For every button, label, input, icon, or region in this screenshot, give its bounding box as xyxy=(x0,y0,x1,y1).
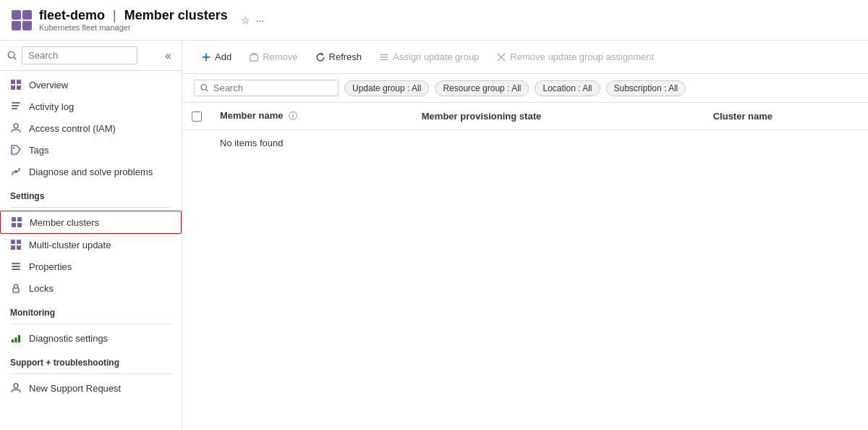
table-search-container xyxy=(194,80,339,96)
resource-group-filter[interactable]: Resource group : All xyxy=(435,80,529,96)
sidebar-search-area: « xyxy=(0,41,182,71)
toolbar: Add Remove Refresh Assign update group R… xyxy=(182,41,868,74)
svg-rect-30 xyxy=(250,54,258,61)
settings-section-header: Settings xyxy=(0,182,182,204)
svg-point-27 xyxy=(14,384,18,388)
diagnostic-settings-icon xyxy=(10,332,22,344)
member-provisioning-state-column-header: Member provisioning state xyxy=(413,103,705,130)
main-layout: « Overview Activity log Access co xyxy=(0,41,868,430)
select-all-checkbox[interactable] xyxy=(192,111,202,122)
locks-icon xyxy=(10,282,22,294)
page-name: Member clusters xyxy=(124,8,228,22)
sidebar-item-activity-log[interactable]: Activity log xyxy=(0,96,182,117)
svg-rect-8 xyxy=(12,108,17,109)
member-clusters-label: Member clusters xyxy=(30,217,99,228)
remove-button[interactable]: Remove xyxy=(242,48,305,66)
table-empty-row: No items found xyxy=(182,130,868,156)
sidebar-item-new-support-request[interactable]: New Support Request xyxy=(0,377,182,399)
add-icon xyxy=(201,52,211,62)
app-icon xyxy=(12,10,32,30)
remove-update-group-assignment-icon xyxy=(496,52,506,62)
svg-rect-24 xyxy=(12,340,14,342)
refresh-button[interactable]: Refresh xyxy=(308,48,370,66)
svg-rect-2 xyxy=(11,80,15,84)
svg-rect-17 xyxy=(17,240,21,244)
member-name-column-header: Member name ⓘ xyxy=(211,103,413,130)
table-search-icon xyxy=(200,83,209,93)
access-control-label: Access control (IAM) xyxy=(29,123,116,134)
member-clusters-icon xyxy=(11,216,22,228)
svg-rect-5 xyxy=(17,85,21,90)
sidebar-item-access-control[interactable]: Access control (IAM) xyxy=(0,117,182,139)
svg-rect-3 xyxy=(17,80,21,84)
support-divider xyxy=(10,374,171,374)
svg-rect-21 xyxy=(12,266,20,267)
sidebar-item-properties[interactable]: Properties xyxy=(0,256,182,277)
tags-icon xyxy=(10,144,22,156)
sidebar-item-diagnostic-settings[interactable]: Diagnostic settings xyxy=(0,327,182,349)
tags-label: Tags xyxy=(29,145,48,156)
svg-rect-12 xyxy=(12,217,16,222)
locks-label: Locks xyxy=(29,283,54,294)
assign-update-group-icon xyxy=(379,52,389,62)
svg-rect-14 xyxy=(12,223,16,227)
svg-rect-15 xyxy=(17,223,22,227)
sidebar-item-tags[interactable]: Tags xyxy=(0,139,182,161)
sidebar: « Overview Activity log Access co xyxy=(0,41,182,430)
properties-icon xyxy=(10,261,22,272)
refresh-icon xyxy=(315,52,326,62)
properties-label: Properties xyxy=(29,261,72,272)
header-actions: ☆ ··· xyxy=(241,14,265,26)
table-body: No items found xyxy=(182,130,868,156)
top-header: fleet-demo | Member clusters Kubernetes … xyxy=(0,0,868,41)
location-filter[interactable]: Location : All xyxy=(535,80,600,96)
overview-icon xyxy=(10,79,22,90)
cluster-name-column-header: Cluster name xyxy=(705,103,868,130)
new-support-request-icon xyxy=(10,382,22,394)
diagnostic-settings-label: Diagnostic settings xyxy=(29,333,108,344)
svg-rect-19 xyxy=(17,245,21,250)
svg-point-11 xyxy=(14,170,17,173)
update-group-filter[interactable]: Update group : All xyxy=(344,80,429,96)
assign-update-group-button[interactable]: Assign update group xyxy=(372,48,486,66)
sidebar-item-locks[interactable]: Locks xyxy=(0,277,182,299)
favorite-icon[interactable]: ☆ xyxy=(241,14,250,26)
sidebar-search-input[interactable] xyxy=(22,46,137,64)
new-support-request-label: New Support Request xyxy=(29,383,121,394)
header-title: fleet-demo | Member clusters Kubernetes … xyxy=(39,8,228,32)
monitoring-section-header: Monitoring xyxy=(0,299,182,321)
access-control-icon xyxy=(10,122,22,134)
remove-icon xyxy=(249,52,259,62)
more-options-icon[interactable]: ··· xyxy=(256,14,265,26)
sidebar-nav: Overview Activity log Access control (IA… xyxy=(0,71,182,430)
no-items-message: No items found xyxy=(211,130,868,156)
sidebar-item-overview[interactable]: Overview xyxy=(0,74,182,96)
svg-rect-6 xyxy=(12,102,20,104)
subscription-filter[interactable]: Subscription : All xyxy=(606,80,686,96)
svg-rect-22 xyxy=(12,269,20,270)
sidebar-item-diagnose[interactable]: Diagnose and solve problems xyxy=(0,161,182,182)
diagnose-icon xyxy=(10,166,22,177)
svg-point-10 xyxy=(13,147,14,148)
sidebar-search-icon xyxy=(7,51,17,61)
add-button[interactable]: Add xyxy=(194,48,239,66)
title-separator: | xyxy=(113,8,116,22)
activity-log-icon xyxy=(10,101,22,112)
member-clusters-table: Member name ⓘ Member provisioning state … xyxy=(182,103,868,156)
svg-rect-4 xyxy=(11,85,15,90)
table-header: Member name ⓘ Member provisioning state … xyxy=(182,103,868,130)
svg-rect-13 xyxy=(17,217,22,222)
settings-divider xyxy=(10,207,171,208)
svg-rect-20 xyxy=(12,263,20,264)
main-content: Add Remove Refresh Assign update group R… xyxy=(182,41,868,430)
svg-point-39 xyxy=(201,85,206,90)
sidebar-item-multi-cluster-update[interactable]: Multi-cluster update xyxy=(0,234,182,256)
monitoring-divider xyxy=(10,324,171,324)
table-search-input[interactable] xyxy=(213,83,332,93)
sidebar-item-member-clusters[interactable]: Member clusters xyxy=(0,211,182,234)
svg-point-0 xyxy=(8,51,14,58)
remove-update-group-assignment-button[interactable]: Remove update group assignment xyxy=(489,48,661,66)
filter-bar: Update group : All Resource group : All … xyxy=(182,74,868,103)
sidebar-collapse-button[interactable]: « xyxy=(162,48,174,64)
diagnose-label: Diagnose and solve problems xyxy=(29,166,153,177)
